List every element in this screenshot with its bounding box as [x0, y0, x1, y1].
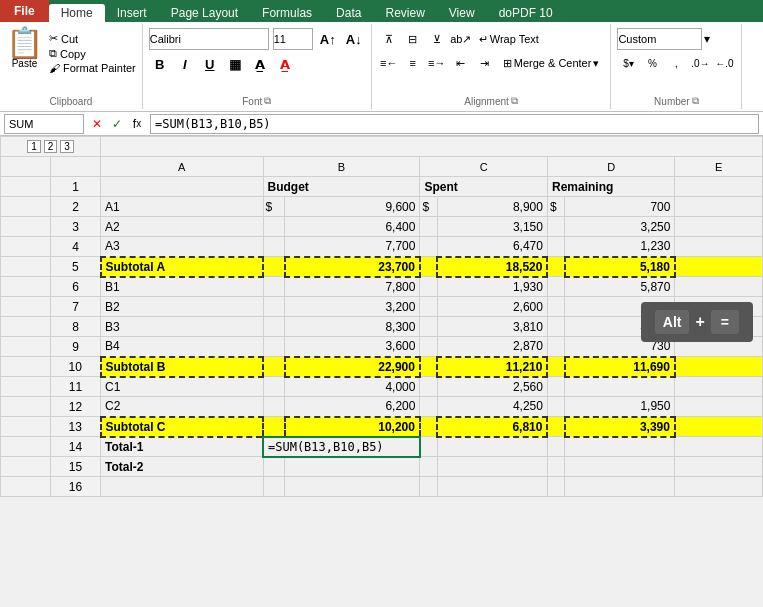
indent-increase-button[interactable]: ⇥ — [474, 52, 496, 74]
cell-d1[interactable]: Remaining — [547, 177, 675, 197]
cell-c13[interactable]: 6,810 — [437, 417, 547, 437]
cell-d8-dollar[interactable] — [547, 317, 565, 337]
cell-c4[interactable]: 6,470 — [437, 237, 547, 257]
cell-b16[interactable] — [285, 477, 420, 497]
cell-b12[interactable]: 6,200 — [285, 397, 420, 417]
cell-d10-dollar[interactable] — [547, 357, 565, 377]
insert-function-button[interactable]: fx — [128, 115, 146, 133]
cell-c5[interactable]: 18,520 — [437, 257, 547, 277]
cell-e4[interactable] — [675, 237, 763, 257]
formula-input[interactable] — [150, 114, 759, 134]
accounting-button[interactable]: $▾ — [617, 53, 639, 73]
number-format-input[interactable] — [617, 28, 702, 50]
col-header-b[interactable]: B — [263, 157, 420, 177]
cell-d16[interactable] — [565, 477, 675, 497]
tab-page-layout[interactable]: Page Layout — [159, 4, 250, 22]
cell-b1[interactable]: Budget — [263, 177, 420, 197]
cell-a2[interactable]: A1 — [101, 197, 264, 217]
cell-b9[interactable]: 3,600 — [285, 337, 420, 357]
align-bottom-button[interactable]: ⊻ — [426, 28, 448, 50]
row-num-14[interactable]: 14 — [51, 437, 101, 457]
row-num-1[interactable]: 1 — [51, 177, 101, 197]
font-dialog-icon[interactable]: ⧉ — [264, 95, 271, 107]
cell-d14-dollar[interactable] — [547, 437, 565, 457]
cell-b2-dollar[interactable]: $ — [263, 197, 285, 217]
tab-insert[interactable]: Insert — [105, 4, 159, 22]
cell-c10[interactable]: 11,210 — [437, 357, 547, 377]
row-num-13[interactable]: 13 — [51, 417, 101, 437]
cell-d3[interactable]: 3,250 — [565, 217, 675, 237]
cell-d5[interactable]: 5,180 — [565, 257, 675, 277]
row-num-5[interactable]: 5 — [51, 257, 101, 277]
cell-c15-dollar[interactable] — [420, 457, 438, 477]
cell-d12[interactable]: 1,950 — [565, 397, 675, 417]
row-num-16[interactable]: 16 — [51, 477, 101, 497]
cancel-formula-button[interactable]: ✕ — [88, 115, 106, 133]
cell-a13[interactable]: Subtotal C — [101, 417, 264, 437]
row-num-12[interactable]: 12 — [51, 397, 101, 417]
cell-c6[interactable]: 1,930 — [437, 277, 547, 297]
cell-c2-dollar[interactable]: $ — [420, 197, 438, 217]
cell-d5-dollar[interactable] — [547, 257, 565, 277]
cell-c12[interactable]: 4,250 — [437, 397, 547, 417]
cell-c4-dollar[interactable] — [420, 237, 438, 257]
cell-d12-dollar[interactable] — [547, 397, 565, 417]
row-num-8[interactable]: 8 — [51, 317, 101, 337]
cell-c11-dollar[interactable] — [420, 377, 438, 397]
cell-b8[interactable]: 8,300 — [285, 317, 420, 337]
outline-level-2[interactable]: 2 — [44, 140, 58, 153]
row-num-2[interactable]: 2 — [51, 197, 101, 217]
cell-b3[interactable]: 6,400 — [285, 217, 420, 237]
copy-button[interactable]: ⧉ Copy — [49, 47, 136, 60]
cell-b7[interactable]: 3,200 — [285, 297, 420, 317]
decrease-font-button[interactable]: A↓ — [343, 28, 365, 50]
tab-dopdf[interactable]: doPDF 10 — [487, 4, 565, 22]
cell-e15[interactable] — [675, 457, 763, 477]
cell-d9-dollar[interactable] — [547, 337, 565, 357]
angle-text-button[interactable]: ab↗ — [450, 28, 472, 50]
row-num-11[interactable]: 11 — [51, 377, 101, 397]
cell-c9-dollar[interactable] — [420, 337, 438, 357]
cell-b6[interactable]: 7,800 — [285, 277, 420, 297]
tab-review[interactable]: Review — [373, 4, 436, 22]
cell-c7-dollar[interactable] — [420, 297, 438, 317]
cell-d10[interactable]: 11,690 — [565, 357, 675, 377]
cell-d11[interactable] — [565, 377, 675, 397]
font-name-input[interactable] — [149, 28, 269, 50]
cell-a9[interactable]: B4 — [101, 337, 264, 357]
cell-d2[interactable]: 700 — [565, 197, 675, 217]
cell-b3-dollar[interactable] — [263, 217, 285, 237]
cell-b15-dollar[interactable] — [263, 457, 285, 477]
cell-a10[interactable]: Subtotal B — [101, 357, 264, 377]
increase-decimal-button[interactable]: .0→ — [689, 53, 711, 73]
cell-d4[interactable]: 1,230 — [565, 237, 675, 257]
cell-b15[interactable] — [285, 457, 420, 477]
cell-b16-dollar[interactable] — [263, 477, 285, 497]
underline-button[interactable]: U — [199, 53, 221, 75]
row-num-9[interactable]: 9 — [51, 337, 101, 357]
cell-c10-dollar[interactable] — [420, 357, 438, 377]
cell-d16-dollar[interactable] — [547, 477, 565, 497]
cell-b5[interactable]: 23,700 — [285, 257, 420, 277]
decrease-decimal-button[interactable]: ←.0 — [713, 53, 735, 73]
alignment-dialog-icon[interactable]: ⧉ — [511, 95, 518, 107]
wrap-text-button[interactable]: ↵ Wrap Text — [474, 30, 544, 49]
col-header-d[interactable]: D — [547, 157, 675, 177]
row-num-15[interactable]: 15 — [51, 457, 101, 477]
cell-b10-dollar[interactable] — [263, 357, 285, 377]
font-size-input[interactable] — [273, 28, 313, 50]
cell-e10[interactable] — [675, 357, 763, 377]
comma-button[interactable]: , — [665, 53, 687, 73]
confirm-formula-button[interactable]: ✓ — [108, 115, 126, 133]
cell-c5-dollar[interactable] — [420, 257, 438, 277]
align-center-button[interactable]: ≡ — [402, 52, 424, 74]
cell-e13[interactable] — [675, 417, 763, 437]
cell-d3-dollar[interactable] — [547, 217, 565, 237]
cell-d6-dollar[interactable] — [547, 277, 565, 297]
cell-c11[interactable]: 2,560 — [437, 377, 547, 397]
cell-b7-dollar[interactable] — [263, 297, 285, 317]
cell-d4-dollar[interactable] — [547, 237, 565, 257]
tab-home[interactable]: Home — [49, 4, 105, 22]
align-middle-button[interactable]: ⊟ — [402, 28, 424, 50]
cell-b2[interactable]: 9,600 — [285, 197, 420, 217]
